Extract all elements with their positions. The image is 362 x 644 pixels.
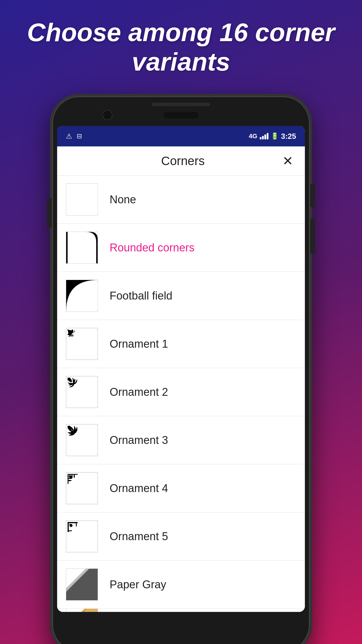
corner-thumb-ornament1 <box>66 328 98 360</box>
list-item[interactable] <box>57 609 305 612</box>
corner-thumb-football <box>66 280 98 312</box>
app-bar-title: Corners <box>83 154 282 168</box>
status-right: 4G 🔋 3:25 <box>249 132 296 141</box>
corner-label-ornament2: Ornament 2 <box>110 386 168 398</box>
corner-thumb-ornament3 <box>66 424 98 456</box>
corner-label-ornament3: Ornament 3 <box>110 434 168 447</box>
corner-thumb-rounded <box>66 232 98 264</box>
svg-point-10 <box>69 427 72 430</box>
svg-rect-20 <box>76 522 77 526</box>
corner-list: None Rounded corners <box>57 176 305 612</box>
battery-icon: 🔋 <box>271 132 279 140</box>
corner-thumb-ornament5 <box>66 520 98 552</box>
corner-thumb-none <box>66 183 98 216</box>
svg-rect-5 <box>66 376 98 408</box>
close-button[interactable]: ✕ <box>282 153 293 168</box>
network-label: 4G <box>249 132 257 140</box>
list-item[interactable]: None <box>57 176 305 224</box>
time-display: 3:25 <box>281 132 296 141</box>
status-left: ⚠ ⊟ <box>66 132 82 140</box>
header-text-container: Choose among 16 corner variants <box>0 0 362 88</box>
list-item[interactable]: Football field <box>57 272 305 320</box>
page-title: Choose among 16 corner variants <box>0 0 362 88</box>
list-item[interactable]: Paper Gray <box>57 561 305 609</box>
warning-icon: ⚠ <box>66 132 72 140</box>
list-item[interactable]: Ornament 1 <box>57 320 305 368</box>
list-item[interactable]: Ornament 4 <box>57 464 305 512</box>
svg-point-21 <box>71 525 72 527</box>
list-item[interactable]: Ornament 2 <box>57 368 305 416</box>
list-item[interactable]: Rounded corners <box>57 224 305 272</box>
corner-label-ornament4: Ornament 4 <box>110 482 168 495</box>
corner-label-papergray: Paper Gray <box>110 578 166 591</box>
corner-label-ornament1: Ornament 1 <box>110 338 168 350</box>
signal-bars <box>260 133 268 139</box>
corner-label-none: None <box>110 193 136 206</box>
screen: ⚠ ⊟ 4G 🔋 3:25 Corners ✕ <box>57 126 305 612</box>
corner-label-ornament5: Ornament 5 <box>110 530 168 543</box>
phone-speaker <box>164 112 198 118</box>
corner-thumb-papergray <box>66 568 98 601</box>
corner-thumb-ornament2 <box>66 376 98 408</box>
svg-rect-19 <box>68 531 72 531</box>
list-item[interactable]: Ornament 5 <box>57 512 305 561</box>
corner-thumb-ornament4 <box>66 472 98 504</box>
app-bar: Corners ✕ <box>57 146 305 176</box>
svg-point-14 <box>69 476 72 478</box>
phone-mockup: ⚠ ⊟ 4G 🔋 3:25 Corners ✕ <box>50 94 312 644</box>
corner-thumb-extra <box>66 609 98 612</box>
list-item[interactable]: Ornament 3 <box>57 416 305 464</box>
status-bar: ⚠ ⊟ 4G 🔋 3:25 <box>57 126 305 146</box>
svg-point-7 <box>69 379 71 381</box>
phone-top-bar <box>152 103 210 106</box>
corner-label-rounded: Rounded corners <box>110 242 195 254</box>
corner-label-football: Football field <box>110 290 172 302</box>
notification-icon: ⊟ <box>77 132 82 140</box>
